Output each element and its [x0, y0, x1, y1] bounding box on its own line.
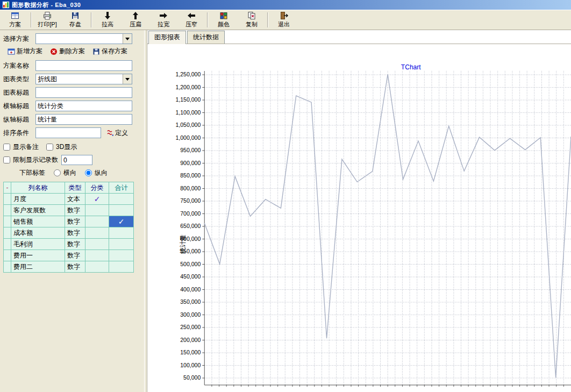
svg-text:100,000: 100,000 [180, 362, 201, 368]
limit-records-checkbox-input[interactable] [3, 156, 10, 163]
toolbar-separator [31, 12, 32, 27]
save-plan-button[interactable]: 保存方案 [92, 47, 127, 56]
save-plan-icon [92, 48, 100, 55]
header-category: 分类 [85, 182, 109, 194]
save-icon [70, 11, 80, 20]
cell-total[interactable] [109, 239, 134, 250]
toolbar-button-widen[interactable]: 拉宽 [149, 11, 177, 29]
window-title: 图形数据分析 - Eba_030 [12, 1, 81, 9]
cell-type[interactable]: 文本 [65, 194, 85, 205]
svg-text:300,000: 300,000 [180, 311, 201, 318]
tab-strip: 图形报表 统计数据 [147, 30, 571, 44]
chart-type-combobox[interactable]: 折线图 [35, 74, 132, 84]
radio-vertical-input[interactable] [85, 169, 92, 176]
display-3d-checkbox[interactable]: 3D显示 [46, 142, 77, 152]
chart-y-axis-title: 统计量 [179, 234, 187, 254]
cell-name[interactable]: 成本额 [11, 227, 65, 239]
cell-type[interactable]: 数字 [65, 250, 85, 261]
cell-type[interactable]: 数字 [65, 205, 85, 216]
cell-category[interactable] [85, 239, 109, 250]
cell-total[interactable] [109, 227, 134, 239]
plan-name-input[interactable] [35, 60, 132, 71]
titlebar: 图形数据分析 - Eba_030 [0, 0, 571, 10]
cell-name[interactable]: 销售额 [11, 216, 65, 227]
radio-vertical[interactable]: 纵向 [85, 168, 108, 177]
toolbar-label: 压扁 [130, 20, 141, 28]
svg-text:150,000: 150,000 [180, 350, 201, 356]
arrow-down-icon [103, 11, 112, 20]
table-row[interactable]: 月度 文本 ✓ [4, 194, 134, 205]
cell-category[interactable] [85, 205, 109, 216]
cell-name[interactable]: 费用一 [11, 250, 65, 261]
cell-name[interactable]: 客户发展数 [11, 205, 65, 216]
table-row[interactable]: 成本额 数字 [4, 227, 134, 239]
toolbar-button-stretch-tall[interactable]: 拉高 [94, 11, 122, 29]
table-row[interactable]: 费用二 数字 [4, 261, 134, 273]
display-3d-checkbox-input[interactable] [46, 144, 53, 151]
printer-icon [42, 11, 52, 20]
toolbar-label: 颜色 [218, 20, 230, 28]
cell-category[interactable] [85, 216, 109, 227]
chevron-down-icon[interactable] [123, 34, 132, 44]
cell-total[interactable] [109, 194, 134, 205]
cell-type[interactable]: 数字 [65, 239, 85, 250]
cell-type[interactable]: 数字 [65, 227, 85, 239]
toolbar-button-color[interactable]: 颜色 [210, 11, 238, 29]
cell-category[interactable] [85, 261, 109, 273]
svg-text:350,000: 350,000 [180, 299, 201, 305]
radio-horizontal-input[interactable] [54, 169, 61, 176]
cell-name[interactable]: 毛利润 [11, 239, 65, 250]
toolbar-button-plan[interactable]: 方案 [1, 11, 29, 29]
cell-name[interactable]: 月度 [11, 194, 65, 205]
table-row[interactable]: 销售额 数字 ✓ [4, 216, 134, 227]
table-row[interactable]: 客户发展数 数字 [4, 205, 134, 216]
cell-name[interactable]: 费用二 [11, 261, 65, 273]
svg-text:850,000: 850,000 [180, 173, 201, 179]
cell-category[interactable] [85, 227, 109, 239]
radio-horizontal[interactable]: 横向 [54, 168, 76, 177]
define-sort-button[interactable]: 定义 [106, 129, 128, 138]
cell-category[interactable] [85, 250, 109, 261]
cell-total[interactable] [109, 250, 134, 261]
svg-text:1,250,000: 1,250,000 [175, 72, 201, 78]
chart-area: 50,000100,000150,000200,000250,000300,00… [147, 44, 571, 392]
xaxis-title-input[interactable] [35, 101, 132, 111]
arrow-up-icon [131, 11, 140, 20]
cell-total-selected[interactable]: ✓ [109, 216, 134, 227]
toolbar-button-exit[interactable]: 退出 [270, 11, 298, 29]
cell-type[interactable]: 数字 [65, 216, 85, 227]
toolbar-button-print[interactable]: 打印[P] [33, 11, 61, 29]
show-notes-checkbox[interactable]: 显示备注 [3, 142, 39, 152]
header-type: 类型 [65, 182, 85, 194]
arrow-left-icon [187, 11, 196, 20]
chart-title-input[interactable] [35, 87, 132, 98]
tab-graph-report[interactable]: 图形报表 [148, 31, 186, 44]
svg-text:250,000: 250,000 [180, 324, 201, 331]
cell-category[interactable]: ✓ [85, 194, 109, 205]
svg-text:1,200,000: 1,200,000 [175, 84, 201, 90]
toolbar-button-save[interactable]: 存盘 [61, 11, 89, 29]
toolbar-button-copy[interactable]: 复制 [238, 11, 266, 29]
toolbar-separator [91, 12, 92, 27]
yaxis-title-label: 纵轴标题 [3, 115, 35, 124]
chart-type-value: 折线图 [36, 75, 123, 84]
chevron-down-icon[interactable] [123, 74, 132, 84]
cell-type[interactable]: 数字 [65, 261, 85, 273]
delete-plan-button[interactable]: 删除方案 [50, 47, 85, 56]
toolbar-button-flatten[interactable]: 压扁 [122, 11, 149, 29]
select-plan-combobox[interactable] [35, 33, 132, 44]
tab-statistics[interactable]: 统计数据 [187, 31, 225, 44]
svg-text:500,000: 500,000 [180, 261, 201, 267]
new-plan-button[interactable]: 新增方案 [8, 47, 42, 56]
limit-records-checkbox[interactable]: 限制显示记录数 [3, 155, 58, 165]
table-row[interactable]: 毛利润 数字 [4, 239, 134, 250]
sort-condition-input[interactable] [35, 127, 101, 138]
limit-records-input[interactable] [61, 155, 92, 165]
sort-condition-label: 排序条件 [3, 129, 35, 138]
show-notes-checkbox-input[interactable] [3, 144, 10, 151]
yaxis-title-input[interactable] [35, 114, 132, 125]
cell-total[interactable] [109, 205, 134, 216]
table-row[interactable]: 费用一 数字 [4, 250, 134, 261]
cell-total[interactable] [109, 261, 134, 273]
toolbar-button-narrow[interactable]: 压窄 [177, 11, 205, 29]
